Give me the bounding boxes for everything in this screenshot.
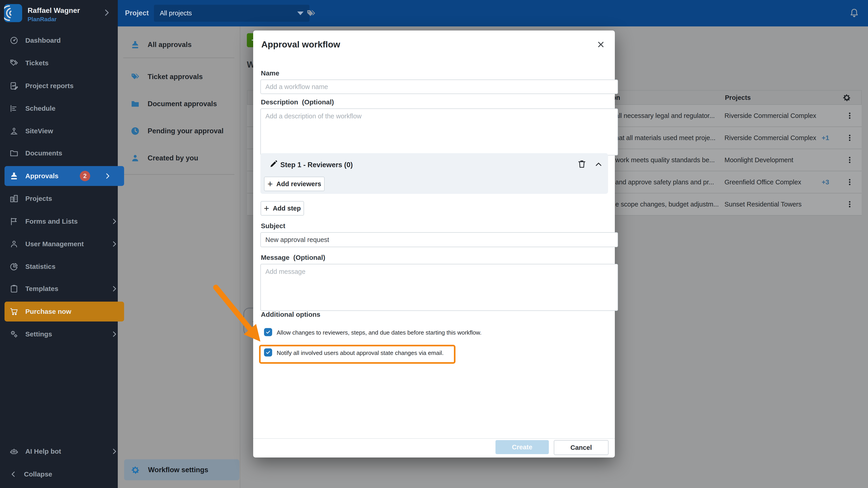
sidebar-item-settings[interactable]: Settings xyxy=(4,324,124,344)
create-button[interactable]: Create xyxy=(495,440,549,454)
app-sidebar: Raffael Wagner PlanRadar Dashboard Ticke… xyxy=(0,0,118,488)
gauge-icon xyxy=(9,36,19,45)
row-description: work meets quality standards be... xyxy=(615,156,715,164)
cancel-button[interactable]: Cancel xyxy=(554,440,609,455)
chevron-left-icon xyxy=(9,470,17,478)
more-projects-badge[interactable]: +3 xyxy=(822,178,829,186)
row-projects: Sunset Residential Towers xyxy=(724,201,802,208)
sidebar-item-templates[interactable]: Templates xyxy=(4,279,124,299)
project-selector-dropdown[interactable]: All projects xyxy=(154,5,309,22)
filter-document-approvals[interactable]: Document approvals xyxy=(118,94,252,114)
description-label: Description (Optional) xyxy=(261,98,334,106)
row-description: hat all materials used meet proje... xyxy=(615,134,715,142)
chevron-right-icon xyxy=(111,285,118,293)
sidebar-item-documents[interactable]: Documents xyxy=(4,143,124,163)
approvals-count-badge: 2 xyxy=(80,171,90,181)
sidebar-item-forms-and-lists[interactable]: Forms and Lists xyxy=(4,212,124,231)
folder-icon xyxy=(130,99,140,109)
account-switcher[interactable]: Raffael Wagner PlanRadar xyxy=(0,0,118,32)
add-step-button[interactable]: + Add step xyxy=(260,201,304,216)
stamp-icon xyxy=(130,40,140,50)
name-label: Name xyxy=(261,69,279,77)
chevron-right-icon xyxy=(111,218,118,225)
sidebar-item-dashboard[interactable]: Dashboard xyxy=(4,31,124,51)
plus-icon: + xyxy=(268,180,273,188)
modal-title: Approval workflow xyxy=(261,39,340,50)
kebab-menu-icon[interactable] xyxy=(846,134,854,142)
project-selector-value: All projects xyxy=(160,9,192,17)
add-reviewers-button[interactable]: + Add reviewers xyxy=(264,177,324,191)
row-projects: Riverside Commercial Complex xyxy=(724,134,816,142)
siteview-person-icon xyxy=(9,127,19,135)
approvals-filter-panel: All approvals Ticket approvals Document … xyxy=(118,26,240,488)
close-icon[interactable] xyxy=(596,40,605,49)
row-description: e scope changes, budget adjustm... xyxy=(615,201,719,208)
step-header: Step 1 - Reviewers (0) xyxy=(280,161,352,169)
sidebar-item-schedule[interactable]: Schedule xyxy=(4,98,124,119)
additional-options-label: Additional options xyxy=(261,311,320,318)
subject-input[interactable] xyxy=(260,232,618,247)
filter-label: Pending your approval xyxy=(148,127,223,135)
workflow-description-textarea[interactable] xyxy=(260,108,618,156)
chevron-right-icon xyxy=(111,240,118,248)
workflow-step-card: Step 1 - Reviewers (0) + Add reviewers xyxy=(260,153,608,194)
filter-created-by-you[interactable]: Created by you xyxy=(118,148,252,168)
sidebar-item-collapse[interactable]: Collapse xyxy=(4,464,124,484)
report-icon xyxy=(9,81,19,90)
row-projects: Greenfield Office Complex xyxy=(724,178,801,186)
row-projects: Riverside Commercial Complex xyxy=(724,112,816,120)
chevron-right-icon xyxy=(111,330,118,338)
robot-icon xyxy=(9,447,19,456)
topbar: Project All projects xyxy=(118,0,868,26)
chevron-down-icon xyxy=(297,11,304,15)
person-icon xyxy=(9,239,19,249)
clipboard-icon xyxy=(9,284,19,293)
subject-label: Subject xyxy=(261,222,285,230)
approval-workflow-modal: Approval workflow Name Description (Opti… xyxy=(253,31,615,457)
flag-icon xyxy=(9,217,19,226)
kebab-menu-icon[interactable] xyxy=(846,178,854,186)
notifications-bell-icon[interactable] xyxy=(849,8,860,19)
message-textarea[interactable] xyxy=(260,264,618,311)
plus-icon: + xyxy=(264,204,269,213)
pie-chart-icon xyxy=(9,262,19,271)
trash-icon[interactable] xyxy=(577,159,587,169)
allow-changes-label: Allow changes to reviewers, steps, and d… xyxy=(277,329,482,336)
sidebar-item-ai-help-bot[interactable]: AI Help bot xyxy=(4,442,124,461)
kebab-menu-icon[interactable] xyxy=(846,111,854,120)
kebab-menu-icon[interactable] xyxy=(846,200,854,208)
allow-changes-checkbox[interactable] xyxy=(264,328,272,336)
pencil-icon xyxy=(269,160,278,168)
divider xyxy=(123,174,235,175)
project-label: Project xyxy=(125,9,149,17)
sidebar-item-approvals[interactable]: Approvals 2 xyxy=(4,166,124,186)
sidebar-item-user-management[interactable]: User Management xyxy=(4,234,124,254)
clock-icon xyxy=(130,126,140,136)
sidebar-item-siteview[interactable]: SiteView xyxy=(4,121,124,141)
projects-column-header: Projects xyxy=(725,94,751,101)
sidebar-item-tickets[interactable]: Tickets xyxy=(4,53,124,73)
filter-pending-your-approval[interactable]: Pending your approval xyxy=(118,121,252,141)
folder-icon xyxy=(9,149,19,158)
sidebar-item-project-reports[interactable]: Project reports xyxy=(4,76,124,96)
chevron-up-icon[interactable] xyxy=(594,160,602,168)
person-icon xyxy=(130,153,140,163)
kebab-menu-icon[interactable] xyxy=(846,156,854,164)
tags-icon xyxy=(9,59,19,68)
planradar-logo xyxy=(4,4,22,22)
filter-ticket-approvals[interactable]: Ticket approvals xyxy=(118,67,252,87)
workflow-name-input[interactable] xyxy=(260,79,618,94)
sidebar-item-purchase-now[interactable]: Purchase now xyxy=(4,302,124,322)
table-settings-gear-icon[interactable] xyxy=(842,93,851,102)
buildings-icon xyxy=(9,194,19,203)
filter-all-approvals[interactable]: All approvals xyxy=(118,35,252,55)
workflow-settings-item[interactable]: Workflow settings xyxy=(124,459,239,480)
gantt-icon xyxy=(9,104,19,113)
more-projects-badge[interactable]: +1 xyxy=(822,134,829,142)
annotation-highlight-box xyxy=(259,345,456,364)
tags-icon[interactable] xyxy=(306,8,316,19)
sidebar-item-projects[interactable]: Projects xyxy=(4,189,124,208)
cart-icon xyxy=(9,307,19,316)
sidebar-item-statistics[interactable]: Statistics xyxy=(4,257,124,276)
tags-icon xyxy=(130,72,140,82)
